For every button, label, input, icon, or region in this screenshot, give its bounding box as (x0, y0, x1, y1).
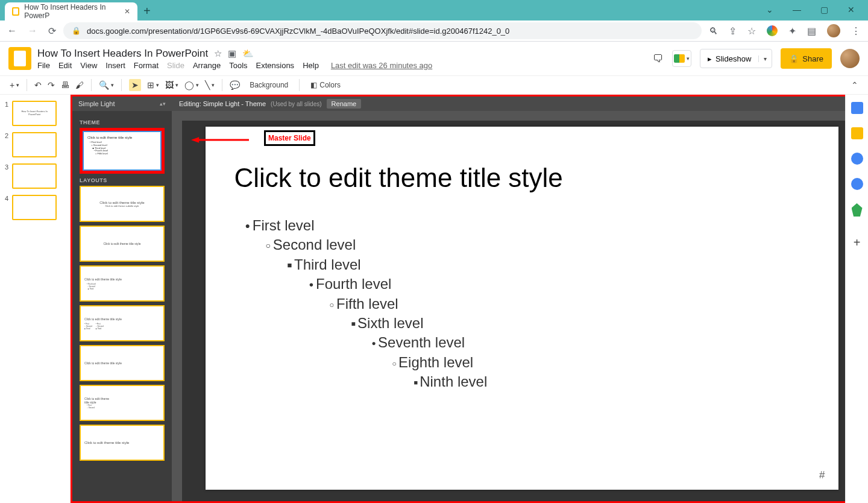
thumb-num: 2 (5, 132, 8, 157)
contacts-icon[interactable] (851, 178, 863, 190)
minimize-icon[interactable]: ― (793, 5, 801, 14)
slideshow-label: Slideshow (715, 54, 751, 63)
paint-format-icon[interactable]: 🖌 (75, 80, 84, 90)
maximize-icon[interactable]: ▢ (820, 5, 828, 14)
calendar-icon[interactable] (851, 102, 863, 114)
search-icon[interactable]: 🔍︎ (709, 26, 718, 36)
tasks-icon[interactable] (851, 153, 863, 165)
menu-insert[interactable]: Insert (105, 61, 125, 70)
add-addon-icon[interactable]: + (854, 236, 861, 250)
layout-thumb[interactable]: Click to edit theme title style• First l… (80, 265, 165, 302)
theme-title-placeholder[interactable]: Click to edit theme title style (234, 163, 810, 193)
slide-thumb-3[interactable] (12, 163, 57, 189)
menu-tools[interactable]: Tools (229, 61, 247, 70)
browser-titlebar: How To Insert Headers In PowerP ✕ + ⌄ ― … (0, 0, 868, 21)
browser-tab[interactable]: How To Insert Headers In PowerP ✕ (5, 2, 137, 21)
meet-icon (674, 54, 685, 63)
master-slide-thumb[interactable]: Click to edit theme title style • First … (80, 128, 165, 174)
comments-icon[interactable]: 🗨 (653, 52, 664, 65)
extension-icon[interactable] (767, 25, 778, 36)
layouts-label: LAYOUTS (80, 177, 165, 183)
move-folder-icon[interactable]: ▣ (228, 48, 236, 59)
layout-thumb[interactable]: Click to edit theme title styleClick to … (80, 186, 165, 222)
theme-editor: Simple Light ▴▾ THEME Click to edit them… (71, 95, 868, 503)
slide-thumb-2[interactable] (12, 132, 57, 157)
side-panel-icon[interactable]: ▤ (807, 25, 816, 37)
zoom-icon[interactable]: 🔍▾ (99, 80, 114, 90)
used-by-label: (Used by all slides) (271, 101, 321, 107)
close-tab-icon[interactable]: ✕ (124, 7, 130, 16)
close-window-icon[interactable]: ✕ (848, 5, 855, 14)
slideshow-button[interactable]: ▸Slideshow ▾ (700, 49, 772, 68)
url-field[interactable]: 🔒 docs.google.com/presentation/d/1GP6GEv… (63, 22, 702, 39)
slideshow-dropdown[interactable]: ▾ (758, 55, 772, 62)
menu-arrange[interactable]: Arrange (193, 61, 221, 70)
horizontal-ruler (172, 111, 866, 121)
bookmark-star-icon[interactable]: ☆ (747, 25, 756, 37)
slide-thumb-1[interactable]: How To Insert Footers In PowerPoint (12, 101, 57, 126)
meet-button[interactable]: ▾ (672, 50, 691, 67)
rename-button[interactable]: Rename (327, 99, 362, 109)
theme-panel: Simple Light ▴▾ THEME Click to edit them… (72, 96, 172, 501)
colors-button[interactable]: ◧Colors (307, 79, 344, 91)
lock-icon: 🔒 (72, 27, 81, 35)
doc-title[interactable]: How To Insert Headers In PowerPoint (37, 48, 208, 60)
layout-thumb[interactable]: Click to edit theme title style• First○ … (80, 305, 165, 341)
theme-edit-bar: Editing: Simple Light - Theme (Used by a… (172, 96, 866, 111)
share-label: Share (802, 54, 823, 63)
select-tool-icon[interactable]: ➤ (129, 79, 141, 91)
master-slide[interactable]: Click to edit theme title style First le… (206, 127, 838, 490)
canvas[interactable]: Click to edit theme title style First le… (182, 121, 861, 496)
vertical-ruler (172, 121, 182, 501)
layout-thumb[interactable]: Click to edit theme title style• First○ … (80, 385, 165, 421)
new-tab-button[interactable]: + (137, 2, 157, 21)
menu-view[interactable]: View (80, 61, 97, 70)
cloud-status-icon[interactable]: ⛅ (242, 48, 254, 59)
menu-bar: File Edit View Insert Format Slide Arran… (37, 61, 432, 70)
menu-edit[interactable]: Edit (58, 61, 72, 70)
print-icon[interactable]: 🖶 (61, 80, 69, 90)
collapse-toolbar-icon[interactable]: ⌃ (851, 80, 858, 90)
account-avatar[interactable] (840, 49, 860, 68)
window-controls: ⌄ ― ▢ ✕ (758, 2, 863, 21)
background-button[interactable]: Background (246, 79, 292, 91)
window-dropdown-icon[interactable]: ⌄ (766, 5, 773, 14)
layout-thumb[interactable]: Click to edit theme title style (80, 425, 165, 461)
theme-label: THEME (80, 119, 165, 125)
thumb-num: 3 (5, 163, 8, 189)
kebab-menu-icon[interactable]: ⋮ (851, 25, 861, 37)
new-slide-button[interactable]: +▾ (10, 80, 19, 90)
menu-format[interactable]: Format (134, 61, 159, 70)
shape-icon[interactable]: ◯▾ (184, 80, 199, 90)
line-icon[interactable]: ╲▾ (205, 80, 215, 90)
slide-filmstrip: 1How To Insert Footers In PowerPoint 2 3… (0, 95, 71, 503)
keep-icon[interactable] (851, 127, 863, 139)
menu-file[interactable]: File (37, 61, 50, 70)
share-page-icon[interactable]: ⇪ (729, 25, 737, 37)
undo-icon[interactable]: ↶ (34, 80, 42, 90)
layout-thumb[interactable]: Click to edit theme title style (80, 345, 165, 381)
page-number-placeholder[interactable]: # (819, 469, 825, 481)
theme-body-placeholder[interactable]: First level Second level Third level Fou… (234, 216, 810, 392)
theme-selector[interactable]: Simple Light ▴▾ (72, 96, 172, 111)
menu-extensions[interactable]: Extensions (256, 61, 295, 70)
extensions-puzzle-icon[interactable]: ✦ (788, 25, 796, 37)
share-button[interactable]: 🔒 Share (781, 48, 832, 69)
thumb-num: 4 (5, 195, 8, 220)
textbox-icon[interactable]: ⊞▾ (147, 80, 159, 90)
last-edit-link[interactable]: Last edit was 26 minutes ago (331, 61, 432, 70)
google-side-panel: + (845, 95, 868, 503)
menu-help[interactable]: Help (303, 61, 319, 70)
maps-icon[interactable] (852, 203, 863, 217)
image-icon[interactable]: 🖼▾ (165, 80, 178, 90)
profile-avatar[interactable] (827, 24, 840, 37)
star-icon[interactable]: ☆ (214, 48, 222, 59)
redo-icon[interactable]: ↷ (48, 80, 55, 90)
reload-icon[interactable]: ⟳ (48, 25, 56, 37)
slides-logo-icon[interactable] (8, 47, 31, 70)
slide-thumb-4[interactable] (12, 195, 57, 220)
back-icon[interactable]: ← (7, 25, 17, 37)
address-bar: ← → ⟳ 🔒 docs.google.com/presentation/d/1… (0, 21, 868, 42)
layout-thumb[interactable]: Click to edit theme title style (80, 226, 165, 262)
comment-icon[interactable]: 💬 (230, 80, 240, 90)
